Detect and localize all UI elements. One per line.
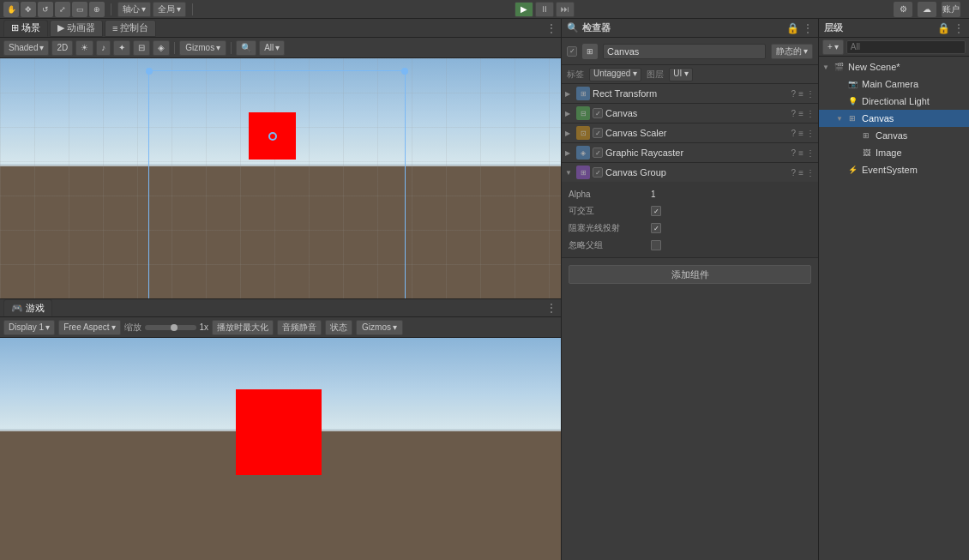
cloud-icon[interactable]: ☁ — [918, 2, 936, 17]
canvas-settings-icon[interactable]: ≡ — [798, 109, 803, 118]
move-tool[interactable]: ✥ — [21, 2, 36, 17]
pause-button[interactable]: ⏸ — [535, 2, 554, 17]
blocks-raycasts-checkbox[interactable] — [651, 223, 661, 233]
account-icon[interactable]: 账户 — [942, 2, 960, 17]
canvas-scaler-header[interactable]: ▶ ⊡ Canvas Scaler ? ≡ ⋮ — [562, 123, 818, 142]
step-button[interactable]: ⏭ — [556, 2, 575, 17]
global-btn[interactable]: 全局 ▾ — [153, 2, 186, 17]
canvas-help-icon[interactable]: ? — [791, 109, 797, 118]
layer-label: 图层 — [647, 69, 664, 81]
layer-dropdown[interactable]: UI ▾ — [669, 68, 693, 81]
mute-btn[interactable]: 音频静音 — [277, 320, 322, 335]
display-dropdown[interactable]: Display 1 ▾ — [3, 320, 55, 335]
scale-tool[interactable]: ⤢ — [55, 2, 70, 17]
canvas-more-icon[interactable]: ⋮ — [806, 109, 815, 118]
scene-tab[interactable]: ⊞ 场景 — [3, 20, 48, 37]
object-active-checkbox[interactable] — [567, 46, 577, 57]
pivot-arrow: ▾ — [141, 4, 146, 14]
raycaster-more-icon[interactable]: ⋮ — [806, 148, 815, 158]
collab-icon[interactable]: ⚙ — [894, 2, 912, 17]
mute-label: 音频静音 — [282, 322, 316, 334]
handle-tl[interactable] — [146, 68, 153, 75]
game-tab-more[interactable]: ⋮ — [545, 301, 557, 315]
lock-icon[interactable]: 🔒 — [786, 22, 799, 34]
fx-button[interactable]: ✦ — [113, 40, 130, 56]
interactable-checkbox[interactable] — [651, 206, 661, 216]
image-label: Image — [876, 148, 902, 158]
game-tab[interactable]: 🎮 游戏 — [3, 299, 52, 316]
canvas-group-settings-icon[interactable]: ≡ — [798, 168, 803, 178]
scaler-settings-icon[interactable]: ≡ — [798, 129, 803, 138]
shaded-dropdown[interactable]: Shaded ▾ — [3, 40, 49, 56]
ignore-parent-checkbox[interactable] — [651, 240, 661, 250]
pivot-label: 轴心 — [123, 3, 140, 15]
gizmos-dropdown[interactable]: Gizmos ▾ — [179, 40, 226, 56]
canvas-header[interactable]: ▶ ⊟ Canvas ? ≡ ⋮ — [562, 104, 818, 123]
rect-transform-header[interactable]: ▶ ⊞ Rect Transform ? ≡ ⋮ — [562, 84, 818, 103]
scaler-expand-arrow: ▶ — [565, 129, 574, 137]
canvas-group-help-icon[interactable]: ? — [791, 168, 797, 178]
pivot-btn[interactable]: 轴心 ▾ — [117, 2, 151, 17]
hierarchy-lock-icon[interactable]: 🔒 — [937, 22, 950, 34]
scaler-help-icon[interactable]: ? — [791, 129, 797, 138]
game-gizmos-dropdown[interactable]: Gizmos ▾ — [356, 320, 403, 335]
scene-view[interactable] — [0, 58, 561, 298]
directional-light-item[interactable]: ▶ 💡 Directional Light — [819, 93, 969, 110]
event-system-item[interactable]: ▶ ⚡ EventSystem — [819, 161, 969, 178]
canvas-child-icon: ⊞ — [860, 129, 872, 142]
rect-settings-icon[interactable]: ≡ — [798, 89, 803, 99]
canvas-child-item[interactable]: ▶ ⊞ Canvas — [819, 127, 969, 144]
animator-tab[interactable]: ▶ 动画器 — [50, 20, 103, 37]
scale-slider[interactable] — [145, 325, 196, 330]
canvas-enabled-checkbox[interactable] — [593, 108, 603, 118]
add-component-button[interactable]: 添加组件 — [569, 265, 811, 284]
main-camera-item[interactable]: ▶ 📷 Main Camera — [819, 75, 969, 93]
rect-tool[interactable]: ▭ — [72, 2, 87, 17]
static-dropdown[interactable]: 静态的 ▾ — [771, 44, 813, 59]
play-button[interactable]: ▶ — [515, 2, 533, 17]
game-tab-bar: 🎮 游戏 ⋮ — [0, 298, 561, 317]
search-btn[interactable]: 🔍 — [236, 40, 256, 56]
object-name-field[interactable] — [603, 44, 766, 59]
raycaster-settings-icon[interactable]: ≡ — [798, 148, 803, 158]
light-button[interactable]: ☀ — [75, 40, 93, 56]
transform-tool[interactable]: ⊕ — [89, 2, 105, 17]
raycaster-help-icon[interactable]: ? — [791, 148, 797, 158]
alpha-label: Alpha — [569, 190, 646, 199]
canvas-item[interactable]: ▼ ⊞ Canvas — [819, 110, 969, 127]
image-item[interactable]: ▶ 🖼 Image — [819, 144, 969, 161]
rect-more-icon[interactable]: ⋮ — [806, 89, 815, 99]
blocks-raycasts-label: 阻塞光线投射 — [569, 222, 646, 234]
hierarchy-plus-button[interactable]: + ▾ — [822, 39, 844, 55]
all-dropdown[interactable]: All ▾ — [259, 40, 285, 56]
scaler-more-icon[interactable]: ⋮ — [806, 129, 815, 138]
2d-button[interactable]: 2D — [51, 40, 73, 56]
canvas-group-header[interactable]: ▼ ⊞ Canvas Group ? ≡ ⋮ — [562, 163, 818, 182]
scene-tab-more[interactable]: ⋮ — [545, 21, 557, 35]
raycaster-enabled-checkbox[interactable] — [593, 148, 603, 158]
scale-label: 缩放 — [124, 322, 141, 334]
aspect-dropdown[interactable]: Free Aspect ▾ — [58, 320, 120, 335]
graphic-raycaster-header[interactable]: ▶ ◈ Graphic Raycaster ? ≡ ⋮ — [562, 143, 818, 162]
scale-handle[interactable] — [171, 324, 178, 331]
tag-dropdown[interactable]: Untagged ▾ — [589, 68, 641, 81]
rect-help-icon[interactable]: ? — [791, 89, 797, 99]
handle-tr[interactable] — [401, 68, 408, 75]
state-btn[interactable]: 状态 — [325, 320, 352, 335]
image-object-scene[interactable] — [249, 112, 296, 160]
hierarchy-search-input[interactable] — [846, 40, 966, 54]
scaler-enabled-checkbox[interactable] — [593, 128, 603, 138]
console-tab[interactable]: ≡ 控制台 — [105, 20, 156, 37]
game-view[interactable] — [0, 338, 561, 560]
rotate-tool[interactable]: ↺ — [38, 2, 53, 17]
scene-btn6[interactable]: ◈ — [153, 40, 170, 56]
audio-button[interactable]: ♪ — [96, 40, 111, 56]
hierarchy-more-icon[interactable]: ⋮ — [954, 22, 964, 34]
new-scene-item[interactable]: ▼ 🎬 New Scene* — [819, 58, 969, 75]
canvas-group-more-icon[interactable]: ⋮ — [806, 168, 815, 178]
inspector-more-icon[interactable]: ⋮ — [803, 22, 813, 34]
hand-tool[interactable]: ✋ — [3, 2, 19, 17]
maximize-btn[interactable]: 播放时最大化 — [212, 320, 274, 335]
canvas-group-enabled-checkbox[interactable] — [593, 167, 603, 178]
scene-btn5[interactable]: ⊟ — [133, 40, 150, 56]
